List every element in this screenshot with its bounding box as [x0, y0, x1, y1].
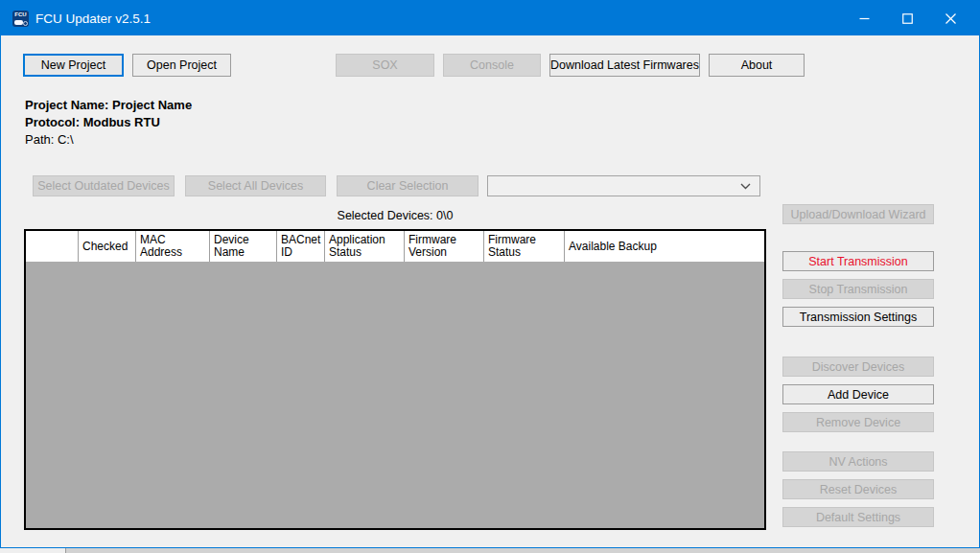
device-type-dropdown[interactable]	[487, 175, 760, 196]
window-title: FCU Updater v2.5.1	[35, 12, 151, 26]
minimize-button[interactable]	[843, 1, 886, 35]
device-table-header: Checked MAC Address Device Name BACnet I…	[26, 231, 764, 262]
project-name-label: Project Name: Project Name	[25, 98, 192, 112]
desktop-background-strip	[65, 548, 980, 553]
add-device-button[interactable]: Add Device	[782, 384, 934, 404]
close-icon	[945, 13, 956, 24]
column-header-bacnet-id[interactable]: BACnet ID	[277, 231, 325, 262]
maximize-button[interactable]	[886, 1, 929, 35]
sox-button[interactable]: SOX	[336, 54, 434, 77]
column-header-firmware-version[interactable]: Firmware Version	[405, 231, 484, 262]
transmission-settings-button[interactable]: Transmission Settings	[782, 307, 934, 327]
upload-download-wizard-button[interactable]: Upload/Download Wizard	[782, 204, 934, 224]
title-bar[interactable]: FCU FCU Updater v2.5.1	[1, 1, 979, 35]
chevron-down-icon	[740, 183, 751, 190]
gear-icon	[23, 21, 28, 26]
remove-device-button[interactable]: Remove Device	[782, 412, 934, 432]
device-table-body[interactable]	[26, 262, 764, 528]
device-table: Checked MAC Address Device Name BACnet I…	[24, 229, 766, 530]
column-header-application-status[interactable]: Application Status	[325, 231, 405, 262]
select-all-devices-button[interactable]: Select All Devices	[185, 175, 326, 196]
clear-selection-button[interactable]: Clear Selection	[337, 175, 478, 196]
nv-actions-button[interactable]: NV Actions	[782, 451, 934, 472]
column-header-row-selector[interactable]	[26, 231, 79, 262]
fcu-app-icon: FCU	[12, 11, 29, 27]
column-header-mac-address[interactable]: MAC Address	[136, 231, 210, 262]
maximize-icon	[902, 13, 913, 24]
column-header-firmware-status[interactable]: Firmware Status	[484, 231, 565, 262]
discover-devices-button[interactable]: Discover Devices	[782, 357, 934, 377]
column-header-device-name[interactable]: Device Name	[210, 231, 277, 262]
selected-devices-count: Selected Devices: 0\0	[24, 209, 766, 222]
new-project-button[interactable]: New Project	[23, 54, 124, 77]
start-transmission-button[interactable]: Start Transmission	[782, 251, 934, 271]
minimize-icon	[859, 13, 870, 24]
column-header-checked[interactable]: Checked	[79, 231, 136, 262]
app-icon-label: FCU	[12, 12, 29, 17]
app-window: FCU FCU Updater v2.5.1 New Project Open …	[0, 0, 980, 548]
column-header-available-backup[interactable]: Available Backup	[565, 231, 764, 262]
window-controls	[843, 1, 979, 35]
default-settings-button[interactable]: Default Settings	[782, 507, 934, 527]
path-label: Path: C:\	[25, 132, 74, 147]
reset-devices-button[interactable]: Reset Devices	[782, 479, 934, 499]
close-button[interactable]	[929, 1, 972, 35]
select-outdated-devices-button[interactable]: Select Outdated Devices	[33, 175, 175, 196]
console-button[interactable]: Console	[443, 54, 541, 77]
about-button[interactable]: About	[709, 54, 805, 77]
stop-transmission-button[interactable]: Stop Transmission	[782, 279, 934, 299]
download-latest-firmwares-button[interactable]: Download Latest Firmwares	[549, 54, 700, 77]
protocol-label: Protocol: Modbus RTU	[25, 115, 160, 129]
open-project-button[interactable]: Open Project	[132, 54, 231, 77]
